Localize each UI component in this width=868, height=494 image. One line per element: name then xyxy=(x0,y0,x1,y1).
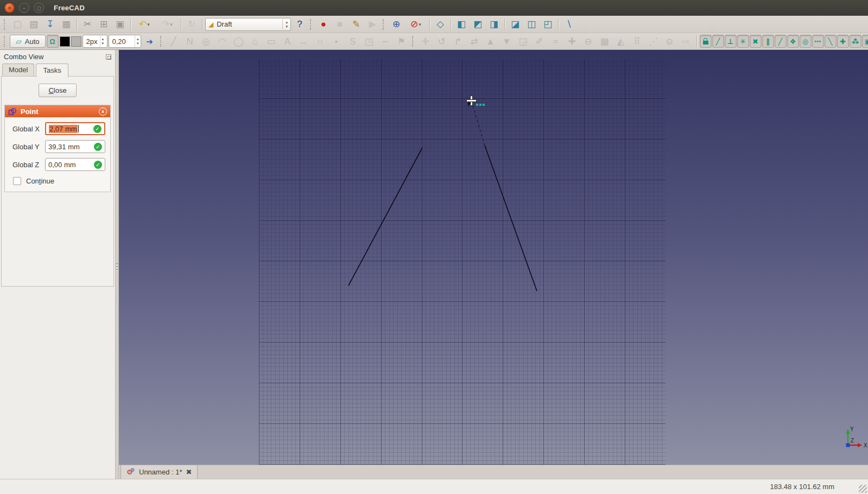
fit-all-button[interactable]: ⊕ xyxy=(389,17,404,31)
close-task-button[interactable]: Close xyxy=(39,84,77,97)
global-scale-spinbox[interactable]: 0,20 ▴ ▾ xyxy=(109,35,141,48)
line-color-swatch[interactable] xyxy=(60,36,70,47)
new-file-button[interactable]: ▢ xyxy=(10,17,25,31)
global-scale-arrows-icon[interactable]: ▴ ▾ xyxy=(135,35,141,47)
snap-lock-icon xyxy=(703,41,708,45)
global-y-input[interactable]: 39,31 mm ✓ xyxy=(45,140,105,153)
draft-delete-point-button: ⊖ xyxy=(581,34,596,49)
view-front-button[interactable]: ◧ xyxy=(454,17,469,31)
draft-polygon-button: ⌂ xyxy=(248,34,263,49)
global-y-label: Global Y xyxy=(12,143,43,151)
undo-dropdown-icon[interactable]: ▾ xyxy=(147,22,150,27)
draw-style-dropdown-icon[interactable]: ▾ xyxy=(419,22,421,27)
snap-center-button[interactable]: ◎ xyxy=(800,35,812,48)
3d-viewport[interactable]: Y X Z xyxy=(119,50,868,465)
snap-intersection-button[interactable]: ✖ xyxy=(750,35,762,48)
draft-clone-button[interactable]: ☺ xyxy=(662,34,677,49)
document-tabstrip: ⚙ ⚙ Unnamed : 1* ✖ xyxy=(119,465,868,479)
mouse-cursor-icon xyxy=(468,103,471,106)
snap-parallel-icon: ∥ xyxy=(766,38,770,45)
window-minimize-button[interactable]: – xyxy=(19,3,29,13)
snap-endpoint-button[interactable]: ╱ xyxy=(712,35,724,48)
toolbar-grip xyxy=(412,36,414,47)
redo-dropdown-icon[interactable]: ▾ xyxy=(170,22,173,27)
toolbar-grip xyxy=(383,19,385,30)
snap-master-toggle[interactable]: Ω xyxy=(47,35,59,48)
global-z-input[interactable]: 0,00 mm ✓ xyxy=(45,158,105,171)
draft-dimension-icon: ↔ xyxy=(299,37,308,46)
view-bottom-button[interactable]: ◫ xyxy=(524,17,539,31)
toolbar-grip xyxy=(4,19,6,30)
resize-grip[interactable] xyxy=(859,485,867,493)
document-tab[interactable]: ⚙ ⚙ Unnamed : 1* ✖ xyxy=(121,465,198,479)
save-file-button[interactable]: ↧ xyxy=(42,17,58,31)
panel-float-icon[interactable] xyxy=(106,54,111,60)
document-close-icon[interactable]: ✖ xyxy=(186,468,192,476)
toolbar-separator xyxy=(202,18,202,30)
workbench-selector[interactable]: ◢ Draft ▴ ▾ xyxy=(205,18,291,31)
snap-working-plane-button[interactable]: ▣ xyxy=(862,35,868,48)
draft-edit-button: ✐ xyxy=(532,34,547,49)
workbench-spinner-icon[interactable]: ▴ ▾ xyxy=(282,20,288,29)
paste-button[interactable]: ▣ xyxy=(112,17,128,31)
toolbar-grip xyxy=(160,36,162,47)
snap-parallel-button[interactable]: ∥ xyxy=(762,35,774,48)
auto-working-plane-button[interactable]: ▱ Auto xyxy=(10,35,46,48)
global-x-value: 2,07 mm xyxy=(49,125,78,133)
snap-near-button[interactable]: ╲ xyxy=(825,35,837,48)
window-maximize-button[interactable]: ▢ xyxy=(34,3,44,13)
draft-shapestring-button: S xyxy=(345,34,360,49)
measure-distance-button[interactable]: ∖ xyxy=(561,17,576,31)
draft-heal-icon: ⇨ xyxy=(682,37,689,46)
undo-button[interactable]: ↶▾ xyxy=(134,17,155,31)
face-color-swatch[interactable] xyxy=(71,36,81,47)
view-axonometric-button[interactable]: ◇ xyxy=(433,17,448,31)
macro-record-button[interactable]: ● xyxy=(316,17,331,31)
tab-tasks[interactable]: Tasks xyxy=(36,64,68,77)
titlebar[interactable]: ✕ – ▢ FreeCAD xyxy=(0,0,868,16)
window-close-icon: ✕ xyxy=(8,5,12,11)
line-width-spinbox[interactable]: 2px ▴ ▾ xyxy=(83,35,107,48)
window-close-button[interactable]: ✕ xyxy=(4,3,15,13)
snap-grid-button[interactable]: ✳ xyxy=(737,35,749,48)
draft-edit-icon: ✐ xyxy=(535,37,543,46)
view-right-button[interactable]: ◨ xyxy=(486,17,502,31)
refresh-icon: ↻ xyxy=(188,20,195,29)
snap-special-button[interactable]: ⁂ xyxy=(850,35,861,48)
snap-lock-button[interactable] xyxy=(700,35,712,48)
snap-angle-button[interactable]: ❖ xyxy=(787,35,799,48)
global-z-value: 0,00 mm xyxy=(48,161,76,169)
panel-splitter[interactable] xyxy=(115,50,119,479)
draft-downgrade-icon: ▼ xyxy=(502,37,511,46)
cut-button[interactable]: ✂ xyxy=(80,17,95,31)
view-top-button[interactable]: ◩ xyxy=(470,17,485,31)
apply-style-icon: ➔ xyxy=(146,37,153,46)
snap-perpendicular-button[interactable]: ⊥ xyxy=(725,35,737,48)
print-button[interactable]: ▦ xyxy=(59,17,74,31)
apply-style-button[interactable]: ➔ xyxy=(142,34,157,49)
snap-extension-icon: ⋯ xyxy=(814,38,821,45)
snap-working-plane-icon: ▣ xyxy=(864,38,868,45)
line-width-arrows-icon[interactable]: ▴ ▾ xyxy=(100,35,106,47)
snap-angle-icon: ❖ xyxy=(790,38,796,45)
snap-edge-button[interactable]: ╱ xyxy=(775,35,787,48)
tab-model[interactable]: Model xyxy=(2,64,34,77)
point-task-header[interactable]: Point ∧ xyxy=(5,105,110,117)
snap-ortho-button[interactable]: ✚ xyxy=(837,35,849,48)
draw-style-button[interactable]: ⊘▾ xyxy=(405,17,427,31)
paste-icon: ▣ xyxy=(116,20,124,29)
refresh-button: ↻ xyxy=(184,17,199,31)
macro-edit-button[interactable]: ✎ xyxy=(349,17,364,31)
snap-perpendicular-icon: ⊥ xyxy=(727,38,734,45)
view-left-button[interactable]: ◰ xyxy=(540,17,555,31)
copy-button[interactable]: ⊞ xyxy=(96,17,111,31)
continue-checkbox[interactable] xyxy=(13,177,21,185)
whats-this-button[interactable]: ? xyxy=(292,17,307,31)
redo-button: ↷▾ xyxy=(156,17,178,31)
combo-view-titlebar[interactable]: Combo View xyxy=(0,50,115,63)
open-file-button[interactable]: ▤ xyxy=(26,17,41,31)
global-x-input[interactable]: 2,07 mm ✓ xyxy=(45,122,105,135)
collapse-icon[interactable]: ∧ xyxy=(99,107,107,116)
snap-extension-button[interactable]: ⋯ xyxy=(812,35,824,48)
view-rear-button[interactable]: ◪ xyxy=(508,17,523,31)
